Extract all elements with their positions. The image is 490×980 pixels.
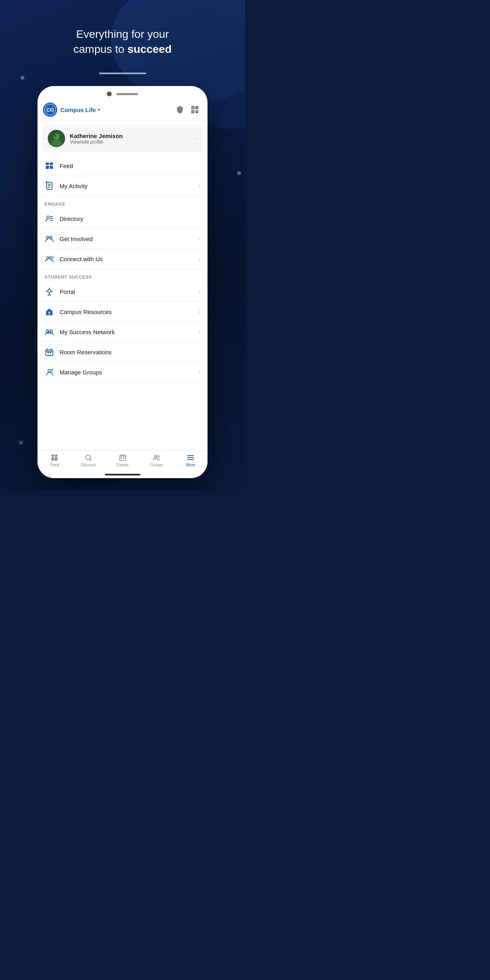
nav-tab-feed[interactable]: Feed <box>37 451 71 469</box>
svg-rect-25 <box>50 220 53 221</box>
profile-info: Katherine Jemison View/edit profile <box>70 133 191 145</box>
menu-item-directory[interactable]: Directory <box>37 209 208 229</box>
svg-point-28 <box>47 257 49 259</box>
svg-rect-60 <box>120 455 125 460</box>
svg-rect-18 <box>48 184 51 185</box>
svg-point-67 <box>158 456 159 457</box>
menu-item-manage-groups[interactable]: Manage Groups › <box>37 362 208 382</box>
more-tab-icon <box>187 454 195 462</box>
home-bar <box>105 474 140 475</box>
menu-item-my-activity[interactable]: My Activity › <box>37 176 208 196</box>
menu-item-room-reservations[interactable]: Room Reservations <box>37 342 208 362</box>
bg-dot-1 <box>21 76 24 80</box>
success-network-icon <box>45 327 54 337</box>
svg-point-22 <box>47 216 50 219</box>
menu-item-get-involved[interactable]: Get Involved › <box>37 229 208 249</box>
home-indicator <box>37 471 208 478</box>
campus-resources-icon <box>45 307 54 316</box>
svg-marker-40 <box>46 309 53 312</box>
engage-section-header: ENGAGE <box>37 196 208 209</box>
svg-rect-45 <box>46 350 53 355</box>
nav-tab-more[interactable]: More <box>174 451 208 469</box>
profile-subtitle: View/edit profile <box>70 139 191 145</box>
svg-rect-19 <box>48 185 51 186</box>
phone-frame: CG Campus Life ▾ <box>37 86 208 478</box>
room-reservations-label: Room Reservations <box>60 349 200 355</box>
hero-headline: Everything for your campus to succeed <box>0 27 245 57</box>
phone-speaker <box>116 93 138 95</box>
manage-groups-label: Manage Groups <box>60 369 193 376</box>
feed-tab-icon <box>50 454 58 462</box>
phone-camera <box>107 92 112 96</box>
events-tab-icon <box>119 454 127 462</box>
nav-tab-events[interactable]: Events <box>105 451 139 469</box>
svg-rect-20 <box>48 187 50 188</box>
feed-tab-label: Feed <box>50 463 59 467</box>
svg-point-51 <box>48 370 51 372</box>
manage-groups-icon <box>45 367 54 377</box>
svg-rect-13 <box>46 163 49 165</box>
menu-item-portal[interactable]: Portal › <box>37 282 208 302</box>
activity-chevron-icon: › <box>198 183 200 189</box>
campus-resources-chevron-icon: › <box>198 309 200 315</box>
svg-rect-7 <box>197 110 198 112</box>
menu-item-my-success-network[interactable]: My Success Network › <box>37 322 208 342</box>
svg-point-27 <box>50 236 52 239</box>
svg-rect-23 <box>50 216 53 217</box>
svg-rect-64 <box>121 458 122 459</box>
nav-tab-groups[interactable]: Groups <box>140 451 174 469</box>
svg-rect-56 <box>52 457 54 460</box>
svg-point-44 <box>49 331 50 333</box>
app-title: Campus Life <box>60 107 96 113</box>
svg-line-59 <box>90 459 92 461</box>
qr-code-icon[interactable] <box>189 104 200 115</box>
connect-icon <box>45 254 54 264</box>
groups-tab-label: Groups <box>150 463 163 467</box>
bg-dot-3 <box>19 441 23 445</box>
svg-rect-54 <box>52 455 54 457</box>
svg-rect-41 <box>49 313 50 315</box>
svg-point-12 <box>54 135 56 137</box>
groups-tab-icon <box>153 454 161 462</box>
nav-tab-discover[interactable]: Discover <box>71 451 105 469</box>
svg-rect-16 <box>50 166 53 169</box>
bg-dot-2 <box>237 171 241 175</box>
svg-rect-21 <box>46 181 47 183</box>
menu-item-feed[interactable]: Feed <box>37 156 208 176</box>
app-logo: CG <box>43 103 57 117</box>
svg-rect-15 <box>46 166 49 169</box>
svg-point-29 <box>50 257 52 259</box>
connect-with-us-label: Connect with Us <box>60 256 193 262</box>
svg-point-26 <box>47 236 49 239</box>
shield-icon[interactable] <box>174 104 185 115</box>
svg-rect-65 <box>123 458 124 459</box>
portal-icon <box>45 287 54 296</box>
portal-chevron-icon: › <box>198 288 200 295</box>
get-involved-label: Get Involved <box>60 236 193 242</box>
svg-rect-1 <box>193 107 194 108</box>
manage-groups-chevron-icon: › <box>198 369 200 375</box>
menu-item-campus-resources[interactable]: Campus Resources › <box>37 302 208 322</box>
svg-rect-5 <box>193 111 194 112</box>
discover-tab-label: Discover <box>81 463 96 467</box>
campus-resources-label: Campus Resources <box>60 309 193 315</box>
my-success-network-label: My Success Network <box>60 329 193 335</box>
svg-point-30 <box>48 290 51 293</box>
phone-screen: CG Campus Life ▾ <box>37 86 208 478</box>
events-tab-label: Events <box>116 463 129 467</box>
profile-card[interactable]: Katherine Jemison View/edit profile › <box>42 125 203 152</box>
room-reservations-icon <box>45 347 54 357</box>
svg-rect-14 <box>50 163 53 165</box>
discover-tab-icon <box>84 454 92 462</box>
get-involved-chevron-icon: › <box>198 236 200 242</box>
svg-point-66 <box>154 455 157 458</box>
app-title-row[interactable]: Campus Life ▾ <box>60 107 174 113</box>
header-icons <box>174 104 200 115</box>
menu-item-connect-with-us[interactable]: Connect with Us › <box>37 249 208 269</box>
activity-icon <box>45 181 54 191</box>
svg-rect-3 <box>196 107 198 108</box>
svg-point-10 <box>53 133 60 140</box>
svg-rect-24 <box>50 218 53 219</box>
feed-label: Feed <box>60 163 200 169</box>
hero-underline <box>99 73 146 74</box>
